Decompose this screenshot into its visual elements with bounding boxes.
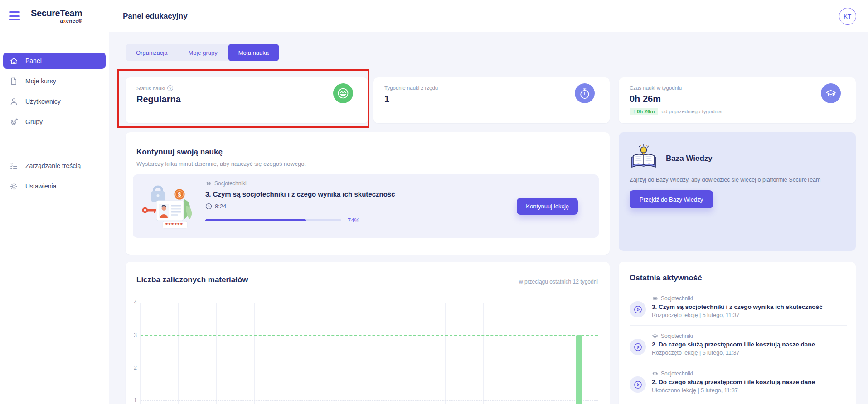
lesson-card[interactable]: $ ****** Socjotechniki 3. Czym są socjot… (133, 174, 599, 238)
chart-vertical-gridline (293, 303, 331, 404)
help-icon[interactable]: ? (167, 85, 173, 91)
section-subtitle: Wystarczy kilka minut dziennie, aby nauc… (136, 160, 610, 167)
chart-ytick-label: 1 (127, 397, 137, 404)
delta-note: od poprzedniego tygodnia (662, 109, 722, 114)
sidebar-divider (0, 144, 109, 144)
sidebar-item-label: Moje kursy (25, 77, 56, 85)
smiley-icon (333, 83, 353, 103)
sidebar-item-label: Użytkownicy (25, 98, 61, 105)
main-content: Organizacja Moje grupy Moja nauka Status… (109, 32, 868, 404)
sidebar-item-ustawienia[interactable]: Ustawienia (3, 178, 106, 194)
chart-vertical-gridline (484, 303, 522, 404)
play-icon[interactable] (630, 339, 646, 355)
document-icon (10, 77, 18, 86)
sidebar: SecureTeam axence® Panel Moje kursy Użyt… (0, 0, 109, 404)
stat-card-tygodnie-nauki: Tygodnie nauki z rzędu 1 (373, 77, 610, 123)
knowledge-base-card: Baza Wiedzy Zajrzyj do Bazy Wiedzy, aby … (619, 132, 856, 251)
graduation-cap-small-icon (652, 333, 658, 339)
chart-vertical-gridline (179, 303, 217, 404)
gear-icon (10, 182, 18, 191)
lesson-course: Socjotechniki (205, 180, 395, 187)
logo-text: SecureTeam (31, 8, 82, 19)
continue-lesson-button[interactable]: Kontynuuj lekcję (517, 198, 578, 215)
sidebar-item-label: Grupy (25, 118, 43, 125)
chart-vertical-gridline (141, 303, 179, 404)
lesson-title: 3. Czym są socjotechniki i z czego wynik… (205, 190, 395, 198)
chart-vertical-gridline (522, 303, 560, 404)
lesson-progress-fill (205, 219, 306, 221)
tab-moje-grupy[interactable]: Moje grupy (178, 44, 228, 61)
graduation-cap-icon (821, 83, 841, 103)
chart-vertical-gridline (369, 303, 407, 404)
sidebar-item-label: Ustawienia (25, 183, 56, 190)
view-tabs: Organizacja Moje grupy Moja nauka (126, 44, 279, 61)
page-title: Panel edukacyjny (123, 12, 188, 21)
activity-course: Socjotechniki (652, 370, 815, 377)
lesson-illustration: $ ****** (139, 182, 194, 230)
chart-bar (576, 335, 582, 404)
tab-organizacja[interactable]: Organizacja (126, 44, 178, 61)
knowledge-base-description: Zajrzyj do Bazy Wiedzy, aby dowiedzieć s… (630, 177, 847, 183)
activity-title: Ostatnia aktywność (630, 274, 702, 283)
sidebar-item-label: Zarządzanie treścią (25, 162, 81, 169)
activity-meta: Ukończono lekcję | 5 lutego, 11:37 (652, 387, 815, 394)
sidebar-item-zarzadzanie-trescia[interactable]: Zarządzanie treścią (3, 158, 106, 174)
recent-activity-card: Ostatnia aktywność Socjotechniki 3. Czym… (619, 262, 856, 404)
stat-card-status-nauki: Status nauki? Regularna (126, 77, 368, 123)
graduation-cap-small-icon (652, 295, 658, 302)
sidebar-item-moje-kursy[interactable]: Moje kursy (3, 73, 106, 89)
clock-icon (205, 203, 212, 210)
logo-subtext: axence® (60, 18, 82, 24)
tab-moja-nauka[interactable]: Moja nauka (228, 44, 279, 61)
checklist-icon (10, 162, 18, 170)
play-icon[interactable] (630, 376, 646, 393)
chart-period-label: w przeciągu ostatnich 12 tygodni (519, 279, 598, 285)
knowledge-base-button[interactable]: Przejdź do Bazy Wiedzy (630, 190, 713, 208)
top-header: Panel edukacyjny KT (109, 0, 868, 32)
activity-item[interactable]: Socjotechniki 2. Do czego służą przestęp… (630, 363, 847, 400)
lesson-progress-label: 74% (348, 217, 359, 224)
delta-badge: ↑ 0h 26m (630, 108, 658, 115)
activity-meta: Rozpoczęto lekcję | 5 lutego, 11:37 (652, 350, 815, 356)
activity-meta: Rozpoczęto lekcję | 5 lutego, 11:37 (652, 312, 823, 318)
sidebar-header: SecureTeam axence® (0, 0, 109, 32)
chart-gridline (141, 303, 598, 303)
sidebar-nav-secondary: Zarządzanie treścią Ustawienia (3, 158, 106, 198)
activity-lesson-title: 2. Do czego służą przestępcom i ile kosz… (652, 341, 815, 348)
sidebar-item-panel[interactable]: Panel (3, 53, 106, 69)
chart-vertical-gridline (446, 303, 484, 404)
chart-ytick-label: 2 (127, 365, 137, 371)
chart-vertical-gridline (217, 303, 255, 404)
chart-vertical-gridline (407, 303, 446, 404)
section-title: Kontynuuj swoją naukę (136, 148, 610, 157)
hamburger-menu-icon[interactable] (9, 11, 20, 20)
chart-ytick-label: 3 (127, 332, 137, 338)
home-icon (10, 57, 18, 65)
svg-text:$: $ (178, 192, 181, 198)
lesson-duration: 8:24 (205, 203, 395, 210)
sidebar-nav-primary: Panel Moje kursy Użytkownicy Grupy (3, 53, 106, 134)
activity-item[interactable]: Socjotechniki 3. Czym są socjotechniki i… (630, 288, 847, 325)
knowledge-base-title: Baza Wiedzy (666, 154, 713, 163)
user-icon (10, 97, 18, 106)
activity-list: Socjotechniki 3. Czym są socjotechniki i… (630, 288, 847, 400)
activity-item[interactable]: Socjotechniki 2. Do czego służą przestęp… (630, 325, 847, 363)
book-bulb-illustration (629, 144, 659, 169)
sidebar-item-grupy[interactable]: Grupy (3, 114, 106, 130)
chart-vertical-gridline (255, 303, 293, 404)
app-logo: SecureTeam axence® (31, 8, 82, 24)
stopwatch-icon (575, 83, 595, 103)
chart-ytick-label: 4 (127, 299, 137, 306)
play-icon[interactable] (630, 301, 646, 317)
lesson-progress-bar (205, 219, 341, 221)
chart-gridline (141, 368, 598, 368)
sidebar-item-uzytkownicy[interactable]: Użytkownicy (3, 93, 106, 110)
stat-card-czas-nauki: Czas nauki w tygodniu 0h 26m ↑ 0h 26m od… (619, 77, 856, 123)
user-avatar[interactable]: KT (839, 8, 856, 25)
chart-plot: 4321 (140, 303, 598, 404)
activity-course: Socjotechniki (652, 333, 815, 339)
activity-lesson-title: 3. Czym są socjotechniki i z czego wynik… (652, 303, 823, 310)
chart-card: Liczba zaliczonych materiałów w przeciąg… (126, 262, 610, 404)
continue-learning-card: Kontynuuj swoją naukę Wystarczy kilka mi… (126, 132, 610, 255)
chart-vertical-gridline (331, 303, 369, 404)
